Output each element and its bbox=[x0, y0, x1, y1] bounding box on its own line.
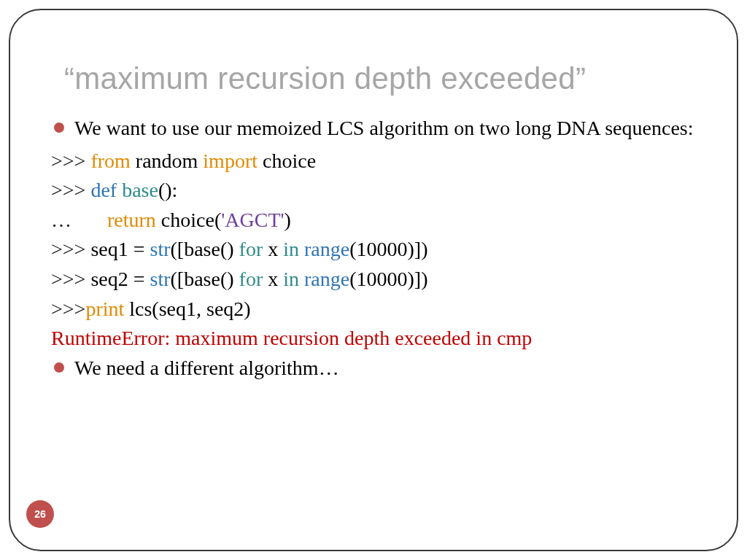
code-text: ) bbox=[285, 209, 291, 231]
code-text bbox=[299, 238, 304, 260]
code-text: x bbox=[263, 268, 283, 290]
code-line: >>> from random import choice bbox=[51, 147, 696, 176]
code-text: seq2 = bbox=[90, 268, 150, 290]
builtin-str: str bbox=[150, 268, 171, 290]
keyword-import: import bbox=[203, 149, 258, 172]
code-text: x bbox=[263, 238, 283, 260]
code-text: random bbox=[131, 149, 204, 172]
error-output: RuntimeError: maximum recursion depth ex… bbox=[51, 324, 696, 354]
keyword-in: in bbox=[283, 238, 299, 260]
code-block: >>> from random import choice >>> def ba… bbox=[51, 147, 696, 354]
repl-prompt: >>> bbox=[51, 238, 90, 260]
builtin-range: range bbox=[304, 238, 349, 260]
slide-title: “maximum recursion depth exceeded” bbox=[64, 61, 696, 96]
builtin-range: range bbox=[304, 268, 349, 290]
keyword-def: def bbox=[90, 179, 117, 201]
code-text: ([base() bbox=[171, 238, 239, 260]
code-line: >>> def base(): bbox=[51, 176, 696, 206]
bullet-item: We want to use our memoized LCS algorith… bbox=[51, 114, 696, 144]
builtin-str: str bbox=[150, 238, 171, 260]
page-number-badge: 26 bbox=[26, 500, 54, 528]
keyword-in: in bbox=[283, 268, 299, 290]
slide-frame: “maximum recursion depth exceeded” We wa… bbox=[9, 9, 738, 551]
code-line: >>>print lcs(seq1, seq2) bbox=[51, 295, 696, 324]
code-text: ([base() bbox=[171, 268, 239, 290]
bullet-list: We want to use our memoized LCS algorith… bbox=[51, 114, 696, 144]
code-text: seq1 = bbox=[90, 238, 150, 260]
code-line: >>> seq2 = str([base() for x in range(10… bbox=[51, 265, 696, 295]
repl-prompt: >>> bbox=[51, 298, 85, 320]
code-text: choice( bbox=[156, 209, 221, 231]
bullet-list: We need a different algorithm… bbox=[51, 354, 696, 384]
keyword-print: print bbox=[85, 298, 124, 320]
code-text: choice bbox=[258, 149, 316, 172]
keyword-from: from bbox=[90, 149, 130, 172]
code-text bbox=[299, 268, 304, 290]
code-text: (10000)]) bbox=[349, 268, 427, 290]
code-line: … return choice('AGCT') bbox=[51, 206, 696, 236]
code-text: (): bbox=[158, 179, 177, 201]
keyword-for: for bbox=[239, 238, 263, 260]
string-literal: 'AGCT' bbox=[221, 209, 284, 231]
slide-content: We want to use our memoized LCS algorith… bbox=[51, 114, 696, 383]
repl-continuation: … bbox=[51, 209, 107, 231]
repl-prompt: >>> bbox=[51, 268, 90, 290]
bullet-item: We need a different algorithm… bbox=[51, 354, 696, 384]
code-text: (10000)]) bbox=[349, 238, 427, 260]
code-line: >>> seq1 = str([base() for x in range(10… bbox=[51, 235, 696, 265]
code-text: lcs(seq1, seq2) bbox=[124, 298, 250, 320]
keyword-return: return bbox=[107, 209, 156, 231]
repl-prompt: >>> bbox=[51, 149, 90, 172]
keyword-for: for bbox=[239, 268, 263, 290]
repl-prompt: >>> bbox=[51, 179, 90, 201]
fn-name: base bbox=[122, 179, 158, 201]
